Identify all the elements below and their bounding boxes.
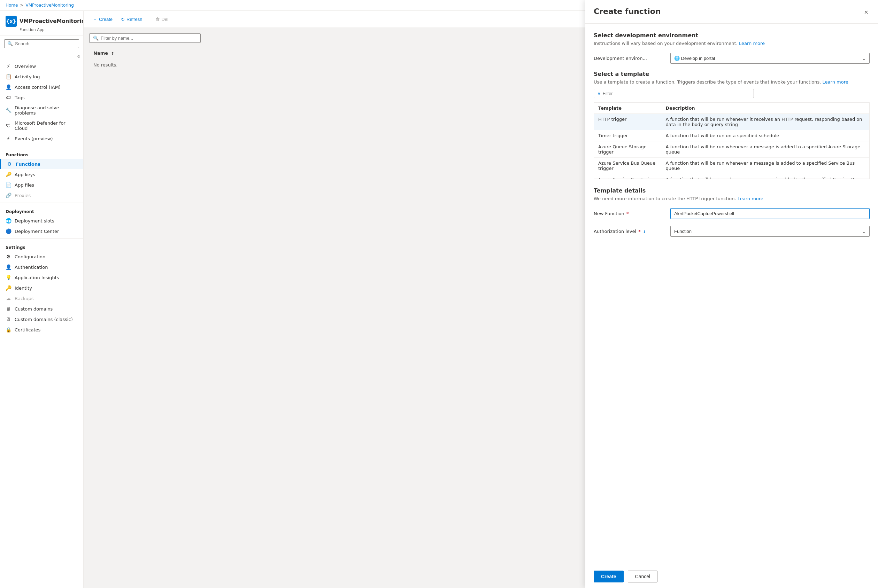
sidebar-item-label: Proxies <box>15 193 31 198</box>
template-section: Select a template Use a template to crea… <box>594 70 870 179</box>
sidebar-item-label: Activity log <box>15 74 40 80</box>
template-desc-timer: A function that will be run on a specifi… <box>662 130 869 141</box>
breadcrumb-resource[interactable]: VMProactiveMonitoring <box>26 3 74 8</box>
new-function-input[interactable] <box>671 208 870 219</box>
cancel-button[interactable]: Cancel <box>628 571 658 582</box>
dev-env-label: Development environ... <box>594 56 671 61</box>
template-filter-input[interactable] <box>603 91 750 96</box>
col-description-header: Description <box>662 103 869 114</box>
sidebar-item-label: Custom domains (classic) <box>15 317 73 322</box>
template-name-service-bus-topic: Azure Service Bus Topic trigger <box>594 174 662 179</box>
sidebar-item-diagnose[interactable]: 🔧 Diagnose and solve problems <box>0 103 83 118</box>
create-function-button[interactable]: Create <box>594 571 624 582</box>
template-row-timer[interactable]: Timer trigger A function that will be ru… <box>594 130 869 141</box>
sidebar-item-defender[interactable]: 🛡 Microsoft Defender for Cloud <box>0 118 83 134</box>
panel-header: Create function × <box>585 0 878 24</box>
functions-icon: ⚙ <box>7 161 12 167</box>
activity-log-icon: 📋 <box>6 74 11 80</box>
sidebar-item-certificates[interactable]: 🔒 Certificates <box>0 324 83 335</box>
breadcrumb-home[interactable]: Home <box>6 3 18 8</box>
refresh-button[interactable]: ↻ Refresh <box>117 15 146 24</box>
sidebar-item-activity-log[interactable]: 📋 Activity log <box>0 71 83 82</box>
search-box[interactable]: 🔍 <box>4 39 79 48</box>
delete-button[interactable]: 🗑 Del <box>152 15 172 24</box>
template-name-queue-storage: Azure Queue Storage trigger <box>594 141 662 158</box>
proxies-icon: 🔗 <box>6 192 11 198</box>
sidebar-item-label: Custom domains <box>15 306 53 312</box>
auth-level-select-wrapper: Function Anonymous Admin <box>671 226 870 237</box>
diagnose-icon: 🔧 <box>6 108 11 113</box>
sidebar-item-label: Deployment Center <box>15 229 59 234</box>
sort-icon: ↕ <box>111 51 114 56</box>
sidebar-item-label: Configuration <box>15 254 45 260</box>
sidebar-item-label: Access control (IAM) <box>15 85 61 90</box>
sidebar-item-app-files[interactable]: 📄 App files <box>0 180 83 190</box>
template-desc-http: A function that will be run whenever it … <box>662 114 869 130</box>
auth-info-icon[interactable]: ℹ <box>643 230 645 234</box>
sidebar-item-access-control[interactable]: 👤 Access control (IAM) <box>0 82 83 92</box>
sidebar-item-events[interactable]: ⚡ Events (preview) <box>0 134 83 144</box>
sidebar-item-label: Overview <box>15 64 36 69</box>
sidebar-item-overview[interactable]: ⚡ Overview <box>0 61 83 71</box>
sidebar-item-custom-domains[interactable]: 🖥 Custom domains <box>0 304 83 314</box>
sidebar-item-label: Authentication <box>15 265 48 270</box>
sidebar-item-label: Identity <box>15 285 32 291</box>
template-section-desc: Use a template to create a function. Tri… <box>594 80 870 85</box>
dev-env-select-wrapper: 🌐 Develop in portal VS Code Visual Studi… <box>671 53 870 64</box>
sidebar-nav: ⚡ Overview 📋 Activity log 👤 Access contr… <box>0 61 83 588</box>
delete-icon: 🗑 <box>155 17 160 22</box>
template-table: Template Description HTTP trigger A func… <box>594 103 869 179</box>
refresh-icon: ↻ <box>121 17 125 22</box>
sidebar-item-proxies: 🔗 Proxies <box>0 190 83 201</box>
sidebar-item-deployment-slots[interactable]: 🌐 Deployment slots <box>0 216 83 226</box>
sidebar-item-label: Backups <box>15 296 33 301</box>
certificates-icon: 🔒 <box>6 327 11 333</box>
template-learn-more[interactable]: Learn more <box>822 80 848 85</box>
tags-icon: 🏷 <box>6 95 11 100</box>
sidebar-item-identity[interactable]: 🔑 Identity <box>0 283 83 293</box>
template-details-learn-more[interactable]: Learn more <box>738 196 763 201</box>
required-star: * <box>627 211 629 216</box>
template-row-service-bus-topic[interactable]: Azure Service Bus Topic trigger A functi… <box>594 174 869 179</box>
sidebar-item-app-insights[interactable]: 💡 Application Insights <box>0 272 83 283</box>
template-table-wrapper: Template Description HTTP trigger A func… <box>594 102 870 179</box>
sidebar-item-deployment-center[interactable]: 🔵 Deployment Center <box>0 226 83 236</box>
collapse-sidebar-btn[interactable]: « <box>3 53 80 60</box>
panel-body: Select development environment Instructi… <box>585 24 878 565</box>
sidebar-item-app-keys[interactable]: 🔑 App keys <box>0 169 83 180</box>
create-button[interactable]: ＋ Create <box>89 14 116 24</box>
template-filter-row[interactable]: ⊽ <box>594 89 754 98</box>
template-name-timer: Timer trigger <box>594 130 662 141</box>
template-row-http[interactable]: HTTP trigger A function that will be run… <box>594 114 869 130</box>
app-icon: {x} <box>6 16 17 27</box>
sidebar-item-custom-domains-classic[interactable]: 🖥 Custom domains (classic) <box>0 314 83 324</box>
template-details-desc: We need more information to create the H… <box>594 196 870 201</box>
filter-bar[interactable]: 🔍 <box>89 33 201 43</box>
sidebar-item-configuration[interactable]: ⚙ Configuration <box>0 251 83 262</box>
sidebar-item-label: App keys <box>15 172 35 177</box>
template-row-queue-storage[interactable]: Azure Queue Storage trigger A function t… <box>594 141 869 158</box>
dev-env-learn-more[interactable]: Learn more <box>739 41 765 46</box>
template-desc-queue-storage: A function that will be run whenever a m… <box>662 141 869 158</box>
search-input[interactable] <box>15 41 76 46</box>
template-desc-service-bus-topic: A function that will be run whenever a m… <box>662 174 869 179</box>
sidebar-item-tags[interactable]: 🏷 Tags <box>0 92 83 103</box>
auth-level-select[interactable]: Function Anonymous Admin <box>671 226 870 237</box>
section-label-functions: Functions <box>0 148 83 159</box>
sidebar-item-label: Events (preview) <box>15 136 53 141</box>
auth-required-star: * <box>638 229 641 234</box>
sidebar-item-authentication[interactable]: 👤 Authentication <box>0 262 83 272</box>
sidebar-item-label: Deployment slots <box>15 218 54 224</box>
panel-footer: Create Cancel <box>585 565 878 588</box>
panel-close-button[interactable]: × <box>863 7 870 18</box>
dev-env-select[interactable]: 🌐 Develop in portal VS Code Visual Studi… <box>671 53 870 64</box>
sidebar-item-functions[interactable]: ⚙ Functions <box>0 159 83 169</box>
section-label-deployment: Deployment <box>0 205 83 216</box>
sidebar-item-label: App files <box>15 182 34 188</box>
sidebar-header: {x} VMProactiveMonitoring | Functions ..… <box>0 11 83 36</box>
sidebar-item-label: Diagnose and solve problems <box>15 105 78 116</box>
identity-icon: 🔑 <box>6 285 11 291</box>
filter-input[interactable] <box>101 36 197 41</box>
template-desc-service-bus-queue: A function that will be run whenever a m… <box>662 158 869 174</box>
template-row-service-bus-queue[interactable]: Azure Service Bus Queue trigger A functi… <box>594 158 869 174</box>
